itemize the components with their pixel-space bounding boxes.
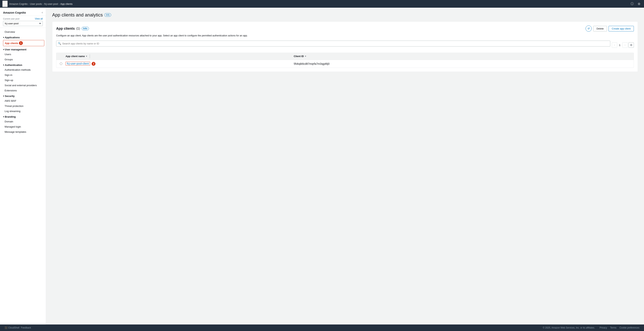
client-name-cell: fcj-user-pool-client 2 (66, 62, 294, 66)
sidebar-item-sign-up[interactable]: Sign-up (0, 78, 46, 83)
sidebar-item-app-clients[interactable]: App clients 1 (3, 40, 44, 46)
card-actions: ↺ Delete Create app client (586, 25, 634, 32)
sidebar-item-social-providers[interactable]: Social and external providers (0, 83, 46, 88)
search-icon: 🔍 (58, 42, 61, 45)
sidebar-item-domain[interactable]: Domain (0, 119, 46, 124)
row-radio-input[interactable] (60, 62, 62, 65)
sidebar-item-users[interactable]: Users (0, 52, 46, 57)
delete-button[interactable]: Delete (593, 26, 607, 31)
table-header: App client name ▼ Client ID ▼ (56, 53, 634, 60)
sidebar-item-managed-login[interactable]: Managed login (0, 124, 46, 129)
pagination-controls: ‹ 1 › ⚙ (612, 42, 634, 48)
sidebar-item-overview[interactable]: Overview (0, 29, 46, 34)
breadcrumb-sep-2: › (43, 2, 44, 5)
sidebar-header: Amazon Cognito ‹ (0, 8, 46, 16)
main-content: App clients and analytics Info App clien… (46, 8, 644, 325)
sidebar-item-sign-in[interactable]: Sign-in (0, 72, 46, 78)
footer-left: ⬛ CloudShell Feedback (4, 327, 31, 329)
breadcrumb-current: App clients (60, 2, 73, 5)
nav-icons: ⓘ ⚙ (630, 1, 642, 6)
footer-right: © 2025, Amazon Web Services, Inc. or its… (543, 327, 640, 329)
sidebar-item-authentication-methods[interactable]: Authentication methods (0, 67, 46, 72)
app-clients-badge: 1 (19, 41, 23, 45)
breadcrumb: Amazon Cognito › User pools › fcj-user-p… (9, 2, 72, 5)
sort-id-icon[interactable]: ▼ (304, 55, 306, 57)
footer: ⬛ CloudShell Feedback © 2025, Amazon Web… (0, 325, 644, 331)
sidebar-section-applications[interactable]: ▾ Applications (0, 34, 46, 40)
app-clients-card: App clients (1) Info ↺ Delete Create app… (52, 21, 638, 72)
card-title-text: App clients (56, 27, 75, 31)
breadcrumb-pool-name[interactable]: fcj-user-pool (44, 2, 58, 5)
page-number: 1 (618, 44, 622, 46)
sidebar-collapse-button[interactable]: ‹ (42, 11, 43, 14)
cloudshell-label: CloudShell (8, 327, 19, 329)
sidebar-item-groups[interactable]: Groups (0, 57, 46, 62)
feedback-button[interactable]: Feedback (21, 327, 31, 329)
help-icon-button[interactable]: ⓘ (630, 1, 635, 6)
breadcrumb-amazon-cognito[interactable]: Amazon Cognito (9, 2, 28, 5)
col-name-header: App client name ▼ (66, 54, 294, 58)
sidebar-section-user-management[interactable]: ▾ User management (0, 46, 46, 52)
sidebar-pool-section: Current user pool View all fcj-user-pool (0, 16, 46, 28)
card-title: App clients (1) Info (56, 27, 89, 31)
table-settings-button[interactable]: ⚙ (628, 42, 634, 48)
sort-name-icon[interactable]: ▼ (86, 55, 88, 57)
row-radio-cell (56, 62, 66, 65)
sidebar-item-log-streaming[interactable]: Log streaming (0, 109, 46, 114)
cloudshell-button[interactable]: ⬛ CloudShell (4, 327, 19, 329)
hamburger-menu-button[interactable]: ☰ (2, 0, 8, 7)
next-page-button[interactable]: › (622, 42, 628, 48)
refresh-button[interactable]: ↺ (586, 25, 592, 32)
card-info-link[interactable]: Info (82, 27, 89, 30)
top-navigation: ☰ Amazon Cognito › User pools › fcj-user… (0, 0, 644, 8)
col-id-header: Client ID ▼ (294, 55, 634, 58)
card-header: App clients (1) Info ↺ Delete Create app… (56, 25, 634, 32)
create-app-client-button[interactable]: Create app client (608, 26, 634, 31)
table-row: fcj-user-pool-client 2 5fvkqik6cd87mqrfa… (56, 60, 634, 68)
sidebar-section-security[interactable]: ▾ Security (0, 93, 46, 98)
pool-selector[interactable]: fcj-user-pool (3, 21, 43, 26)
settings-icon-button[interactable]: ⚙ (636, 1, 642, 6)
client-name-link[interactable]: fcj-user-pool-client (66, 62, 90, 65)
card-count: (1) (76, 27, 80, 30)
page-title: App clients and analytics (52, 12, 103, 18)
footer-privacy-link[interactable]: Privacy (600, 327, 607, 329)
footer-copyright: © 2025, Amazon Web Services, Inc. or its… (543, 327, 595, 329)
footer-cookie-link[interactable]: Cookie preferences (620, 327, 640, 329)
prev-page-button[interactable]: ‹ (612, 42, 617, 48)
client-id-cell: 5fvkqik6cd87mqrfa7m3qg46j0 (294, 62, 634, 65)
breadcrumb-user-pools[interactable]: User pools (30, 2, 42, 5)
sidebar-item-extensions[interactable]: Extensions (0, 88, 46, 93)
footer-links: Privacy Terms Cookie preferences (600, 327, 640, 329)
sidebar-nav: Overview ▾ Applications App clients 1 ▾ … (0, 28, 46, 325)
page-info-link[interactable]: Info (104, 13, 111, 17)
client-step-badge: 2 (92, 62, 96, 66)
search-bar: 🔍 (56, 41, 610, 46)
breadcrumb-sep-3: › (59, 2, 60, 5)
app-clients-table: App client name ▼ Client ID ▼ fc (56, 53, 634, 68)
sidebar-item-threat-protection[interactable]: Threat protection (0, 103, 46, 109)
sidebar-item-aws-waf[interactable]: AWS WAF (0, 98, 46, 103)
pool-label: Current user pool View all (3, 17, 43, 20)
client-id-value: 5fvkqik6cd87mqrfa7m3qg46j0 (294, 62, 330, 65)
breadcrumb-sep-1: › (28, 2, 29, 5)
view-all-link[interactable]: View all (35, 17, 43, 20)
sidebar: Amazon Cognito ‹ Current user pool View … (0, 8, 46, 325)
card-description: Configure an app client. App clients are… (56, 34, 634, 37)
search-input[interactable] (62, 41, 608, 46)
page-header: App clients and analytics Info (52, 12, 638, 18)
sidebar-section-branding[interactable]: ▾ Branding (0, 114, 46, 119)
sidebar-item-message-templates[interactable]: Message templates (0, 129, 46, 134)
footer-terms-link[interactable]: Terms (610, 327, 616, 329)
sidebar-title: Amazon Cognito (3, 11, 26, 14)
col-divider (90, 54, 90, 58)
sidebar-section-authentication[interactable]: ▾ Authentication (0, 62, 46, 67)
cloudshell-icon: ⬛ (4, 327, 8, 329)
